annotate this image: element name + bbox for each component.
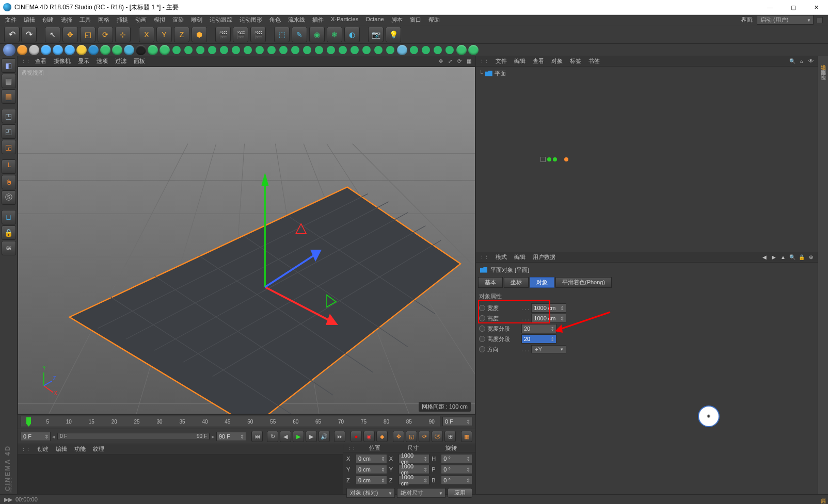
- spline-pen-button[interactable]: ✎: [292, 27, 307, 42]
- panel-grip[interactable]: ⋮⋮: [346, 445, 356, 451]
- loop-button[interactable]: ↻: [267, 431, 278, 442]
- pos-X[interactable]: 0 cm: [356, 454, 387, 463]
- menu-动画[interactable]: 动画: [135, 16, 147, 24]
- vp-nav-rotate-icon[interactable]: ⟳: [456, 58, 463, 65]
- generator-button[interactable]: ◉: [309, 27, 325, 42]
- menu-模拟[interactable]: 模拟: [154, 16, 165, 24]
- xp-mod-9[interactable]: [266, 44, 278, 56]
- keyframe-select-button[interactable]: ◆: [376, 431, 388, 442]
- points-mode-button[interactable]: ◳: [2, 109, 16, 123]
- om-menu-书签[interactable]: 书签: [588, 58, 600, 64]
- panel-grip[interactable]: ⋮⋮: [479, 254, 488, 261]
- primitive-cube-button[interactable]: ⬚: [274, 27, 290, 42]
- menu-X-Particles[interactable]: X-Particles: [331, 16, 358, 24]
- viewport[interactable]: 透视视图: [18, 67, 475, 414]
- grid-button[interactable]: ≋: [2, 241, 16, 255]
- scale-tool[interactable]: ◱: [80, 27, 95, 42]
- texture-mode-button[interactable]: ▤: [2, 89, 16, 104]
- xp-c-icon[interactable]: [76, 45, 87, 55]
- record-button[interactable]: ●: [351, 431, 362, 442]
- mat-menu-功能[interactable]: 功能: [74, 446, 86, 452]
- timeline-layout-button[interactable]: ▦: [461, 431, 472, 442]
- edges-mode-button[interactable]: ◰: [2, 124, 16, 139]
- xp-mod-12[interactable]: [301, 44, 313, 56]
- rot-P[interactable]: 0 °: [441, 465, 472, 474]
- xp-mod-22[interactable]: [432, 44, 444, 56]
- rotate-tool[interactable]: ⟳: [98, 27, 113, 42]
- key-rot-button[interactable]: ⟳: [419, 431, 430, 442]
- pos-Y[interactable]: 0 cm: [356, 465, 387, 474]
- menu-创建[interactable]: 创建: [42, 16, 54, 24]
- width-segments-field[interactable]: 20: [521, 324, 556, 333]
- phong-tag-icon[interactable]: [564, 157, 568, 161]
- xp-mod-17[interactable]: [361, 44, 373, 56]
- om-search-icon[interactable]: 🔍: [789, 58, 796, 65]
- menu-脚本[interactable]: 脚本: [391, 16, 403, 24]
- xp-f-icon[interactable]: [112, 45, 122, 55]
- xp-cache-icon[interactable]: [41, 45, 51, 55]
- xp-j-icon[interactable]: [160, 45, 170, 55]
- menu-网格[interactable]: 网格: [98, 16, 109, 24]
- apply-button[interactable]: 应用: [448, 488, 472, 498]
- select-tool[interactable]: ↖: [45, 27, 60, 42]
- render-region-button[interactable]: 🎬: [233, 27, 248, 42]
- camera-button[interactable]: 📷: [368, 27, 384, 42]
- visibility-render-dot[interactable]: [553, 157, 557, 161]
- enable-axis-button[interactable]: 🖱: [2, 175, 16, 189]
- xp-m-icon[interactable]: [468, 45, 479, 55]
- y-axis-button[interactable]: Y: [156, 27, 172, 42]
- xp-i-icon[interactable]: [148, 45, 158, 55]
- render-settings-button[interactable]: 🎬: [250, 27, 266, 42]
- key-pla-button[interactable]: ⊞: [444, 431, 456, 442]
- coordinate-system[interactable]: ⬢: [192, 27, 207, 42]
- coord-mode-dropdown[interactable]: 对象 (相对): [346, 488, 395, 498]
- xp-e-icon[interactable]: [100, 45, 110, 55]
- vp-nav-pan-icon[interactable]: ✥: [437, 58, 444, 65]
- xp-a-icon[interactable]: [53, 45, 63, 55]
- rot-H[interactable]: 0 °: [441, 454, 472, 463]
- menu-Octane[interactable]: Octane: [365, 16, 384, 24]
- xp-mod-16[interactable]: [349, 44, 361, 56]
- panel-grip[interactable]: ⋮⋮: [21, 446, 30, 452]
- menu-工具[interactable]: 工具: [79, 16, 91, 24]
- xp-mod-4[interactable]: [206, 44, 218, 56]
- layout-slot[interactable]: [817, 17, 823, 23]
- direction-dropdown[interactable]: +Y: [531, 345, 566, 353]
- xp-mod-8[interactable]: [254, 44, 266, 56]
- width-field[interactable]: 1000 cm: [531, 303, 566, 313]
- deformer-button[interactable]: ❃: [327, 27, 342, 42]
- vp-menu-过滤[interactable]: 过滤: [115, 57, 126, 65]
- playhead[interactable]: [26, 417, 31, 427]
- xp-mod-7[interactable]: [242, 44, 254, 56]
- rot-B[interactable]: 0 °: [441, 476, 472, 485]
- mat-menu-创建[interactable]: 创建: [37, 446, 49, 452]
- vp-menu-面板[interactable]: 面板: [134, 57, 145, 65]
- vp-menu-显示[interactable]: 显示: [78, 57, 89, 65]
- attr-menu-模式[interactable]: 模式: [496, 254, 507, 260]
- key-pos-button[interactable]: ✥: [393, 431, 404, 442]
- attr-tab-对象[interactable]: 对象: [530, 277, 554, 288]
- next-frame-button[interactable]: ▶: [306, 431, 317, 442]
- height-field[interactable]: 1000 cm: [531, 314, 566, 323]
- goto-start-button[interactable]: ⏮: [251, 431, 263, 442]
- xp-mod-2[interactable]: [183, 44, 195, 56]
- play-button[interactable]: ▶: [293, 431, 304, 442]
- attr-menu-用户数据[interactable]: 用户数据: [533, 254, 555, 260]
- xp-h-icon[interactable]: [136, 45, 146, 55]
- xp-mod-1[interactable]: [171, 44, 183, 56]
- range-start-field[interactable]: 0 F: [21, 432, 51, 441]
- anim-toggle[interactable]: [479, 315, 485, 321]
- move-tool[interactable]: ✥: [62, 27, 78, 42]
- menu-运动图形[interactable]: 运动图形: [240, 16, 262, 24]
- axis-tool-button[interactable]: └: [2, 159, 16, 174]
- mat-menu-编辑[interactable]: 编辑: [56, 446, 67, 452]
- vp-nav-zoom-icon[interactable]: ⤢: [447, 58, 454, 65]
- lock-grid-button[interactable]: 🔒: [2, 225, 16, 240]
- menu-插件[interactable]: 插件: [312, 16, 324, 24]
- xp-b-icon[interactable]: [65, 45, 75, 55]
- z-axis-button[interactable]: Z: [174, 27, 189, 42]
- prev-frame-button[interactable]: ◀: [280, 431, 291, 442]
- menu-文件[interactable]: 文件: [5, 16, 17, 24]
- timeline-end-outer-value[interactable]: 0 F: [442, 417, 472, 426]
- xp-mod-5[interactable]: [218, 44, 230, 56]
